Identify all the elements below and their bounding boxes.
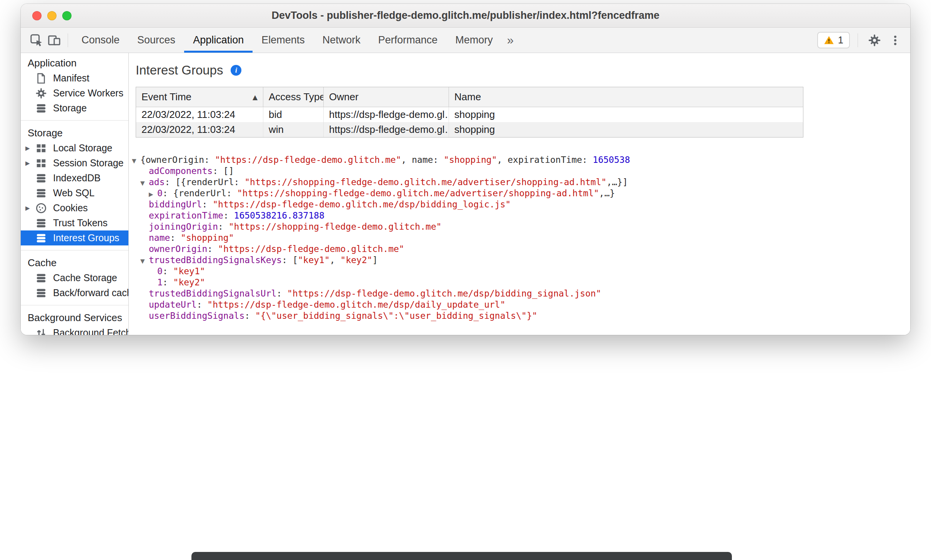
interest-group-details-tree: ▼{ownerOrigin: "https://dsp-fledge-demo.… (132, 154, 910, 321)
main-pane: Interest Groups i Event Time▲Access Type… (129, 53, 910, 335)
tree-line[interactable]: ▶0: {renderUrl: "https://shopping-fledge… (132, 188, 910, 199)
tree-right-arrow-icon[interactable]: ▶ (149, 189, 157, 200)
tree-segment-key: name (149, 233, 170, 243)
sidebar-item-label: Trust Tokens (53, 217, 108, 229)
cell-name: shopping (449, 122, 803, 137)
sidebar-item-local-storage[interactable]: ▶Local Storage (21, 141, 128, 156)
sidebar-item-service-workers[interactable]: Service Workers (21, 86, 128, 101)
tree-segment-number: 1650538 (593, 155, 630, 165)
info-icon[interactable]: i (231, 65, 241, 76)
sidebar-item-label: Service Workers (53, 88, 123, 99)
inspect-cursor-icon (30, 34, 43, 47)
column-header-label: Access Type (269, 91, 324, 103)
sidebar-section-title: Application (21, 55, 128, 71)
sidebar-item-indexeddb[interactable]: IndexedDB (21, 171, 128, 186)
tab-performance[interactable]: Performance (369, 28, 447, 53)
more-tabs-button[interactable]: » (502, 33, 519, 47)
tree-line: updateUrl: "https://dsp-fledge-demo.glit… (132, 299, 910, 310)
device-toolbar-button[interactable] (45, 31, 63, 49)
sidebar-item-storage[interactable]: Storage (21, 101, 128, 116)
tree-segment-string: "https://shopping-fledge-demo.glitch.me/… (244, 177, 607, 187)
gear-icon (868, 34, 881, 47)
sidebar-section-application: ApplicationManifestService WorkersStorag… (21, 53, 128, 121)
tree-segment-plain: : (218, 222, 229, 232)
table-row[interactable]: 22/03/2022, 11:03:24winhttps://dsp-fledg… (136, 122, 803, 137)
table-icon (35, 142, 47, 154)
sidebar-section-title: Cache (21, 255, 128, 270)
inspect-element-button[interactable] (28, 31, 45, 49)
tree-line[interactable]: ▼ads: [{renderUrl: "https://shopping-fle… (132, 177, 910, 188)
tree-segment-string: "key1" (298, 255, 330, 265)
column-header-owner[interactable]: Owner (324, 87, 449, 107)
sidebar-item-interest-groups[interactable]: Interest Groups (21, 230, 128, 245)
sidebar-section-storage: Storage▶Local Storage▶Session StorageInd… (21, 121, 128, 250)
tree-line[interactable]: ▼trustedBiddingSignalsKeys: ["key1", "ke… (132, 255, 910, 266)
expand-arrow-icon[interactable]: ▶ (25, 205, 35, 212)
column-header-name[interactable]: Name (449, 87, 803, 107)
tree-down-arrow-icon[interactable]: ▼ (132, 156, 140, 167)
database-icon (35, 232, 47, 244)
column-header-label: Name (454, 91, 481, 103)
sidebar-item-web-sql[interactable]: Web SQL (21, 186, 128, 200)
minimize-button[interactable] (47, 11, 57, 20)
devtools-content: ApplicationManifestService WorkersStorag… (21, 53, 910, 335)
tree-segment-key: adComponents (149, 166, 213, 176)
column-header-label: Owner (329, 91, 359, 103)
tab-network[interactable]: Network (314, 28, 369, 53)
settings-button[interactable] (866, 31, 883, 49)
tree-line: adComponents: [] (132, 166, 910, 177)
screen: DevTools - publisher-fledge-demo.glitch.… (0, 0, 931, 560)
tab-sources[interactable]: Sources (128, 28, 184, 53)
sidebar-section-title: Storage (21, 125, 128, 141)
tab-memory[interactable]: Memory (446, 28, 502, 53)
interest-groups-table: Event Time▲Access TypeOwnerName22/03/202… (136, 87, 803, 138)
vertical-dots-icon (889, 35, 901, 46)
close-button[interactable] (32, 11, 42, 20)
tree-segment-plain: : (244, 311, 255, 321)
sidebar-item-session-storage[interactable]: ▶Session Storage (21, 156, 128, 171)
sidebar-item-label: Session Storage (53, 157, 123, 169)
tab-console[interactable]: Console (73, 28, 128, 53)
tree-segment-plain: : (163, 266, 173, 276)
tree-segment-string: "https://dsp-fledge-demo.glitch.me/dsp/b… (213, 199, 510, 209)
column-header-access-type[interactable]: Access Type (263, 87, 324, 107)
sidebar-item-cache-storage[interactable]: Cache Storage (21, 270, 128, 285)
tree-segment-plain: ,…}] (607, 177, 628, 187)
tree-line: userBiddingSignals: "{\"user_bidding_sig… (132, 310, 910, 321)
application-sidebar: ApplicationManifestService WorkersStorag… (21, 53, 129, 335)
more-options-button[interactable] (886, 31, 904, 49)
window-title: DevTools - publisher-fledge-demo.glitch.… (271, 10, 659, 22)
tree-segment-string: "key2" (173, 277, 205, 287)
tree-segment-plain: : {renderUrl: (163, 188, 237, 198)
tab-elements[interactable]: Elements (253, 28, 314, 53)
tree-segment-plain: : (163, 277, 173, 287)
column-header-label: Event Time (141, 91, 191, 103)
sidebar-item-back-forward-cach[interactable]: Back/forward cach (21, 285, 128, 300)
sidebar-item-label: Cache Storage (53, 272, 117, 283)
sidebar-item-background-fetch[interactable]: Background Fetch (21, 325, 128, 335)
tree-segment-key: userBiddingSignals (149, 311, 244, 321)
tree-line: joiningOrigin: "https://shopping-fledge-… (132, 221, 910, 232)
sidebar-item-label: Interest Groups (53, 232, 119, 244)
zoom-button[interactable] (62, 11, 71, 20)
table-row[interactable]: 22/03/2022, 11:03:24bidhttps://dsp-fledg… (136, 107, 803, 122)
tree-segment-plain: , name: (401, 155, 444, 165)
database-icon (35, 272, 47, 284)
main-header: Interest Groups i (136, 63, 910, 78)
tree-line[interactable]: ▼{ownerOrigin: "https://dsp-fledge-demo.… (132, 154, 910, 166)
column-header-event-time[interactable]: Event Time▲ (136, 87, 263, 107)
tree-segment-plain: {ownerOrigin: (140, 155, 215, 165)
sidebar-item-cookies[interactable]: ▶Cookies (21, 200, 128, 215)
tree-down-arrow-icon[interactable]: ▼ (140, 178, 149, 189)
expand-arrow-icon[interactable]: ▶ (25, 145, 35, 152)
tree-segment-string: "{\"user_bidding_signals\":\"user_biddin… (255, 311, 537, 321)
issues-badge[interactable]: 1 (817, 32, 850, 48)
tree-segment-key: biddingUrl (149, 199, 202, 209)
sidebar-item-label: Web SQL (53, 187, 95, 199)
sidebar-item-trust-tokens[interactable]: Trust Tokens (21, 215, 128, 230)
tree-down-arrow-icon[interactable]: ▼ (140, 256, 149, 267)
tree-segment-plain: : (170, 233, 181, 243)
sidebar-item-manifest[interactable]: Manifest (21, 71, 128, 86)
tab-application[interactable]: Application (184, 28, 253, 53)
expand-arrow-icon[interactable]: ▶ (25, 160, 35, 167)
